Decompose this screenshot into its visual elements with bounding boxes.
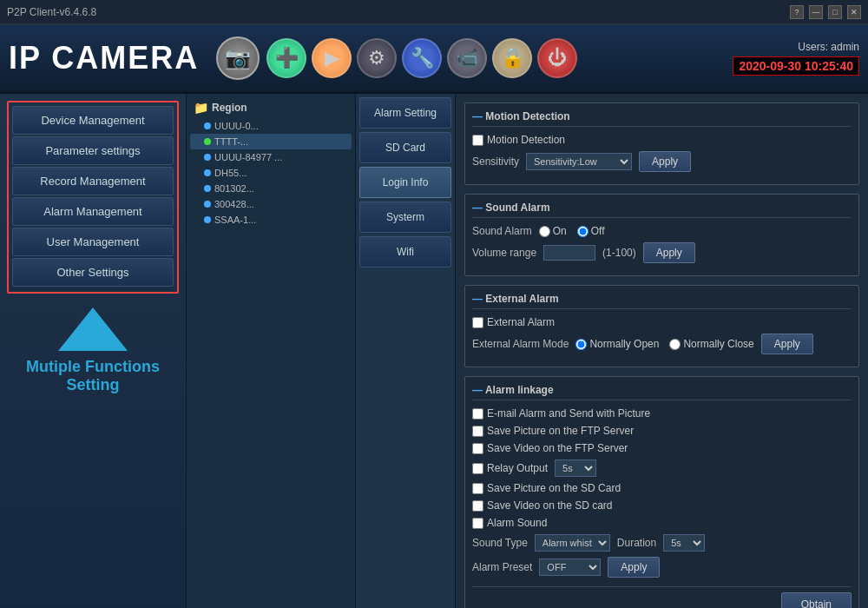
cam-list-header: 📁 Region [190,97,352,118]
alarm-sound-checkbox[interactable] [472,518,483,529]
add-toolbar-icon[interactable]: ➕ [266,38,306,78]
minimize-button[interactable]: — [809,5,823,19]
cam-list-item[interactable]: DH55... [190,165,352,181]
camera-icon: 📷 [216,36,260,80]
cam-list-item[interactable]: UUUU-84977 ... [190,149,352,165]
normally-open-radio[interactable] [575,339,587,350]
relay-output-wrap: Relay Output [472,462,548,474]
alarm-preset-row: Alarm Preset OFFPreset 1Preset 2 Apply [472,557,852,578]
email-alarm-row: E-mail Alarm and Send with Picture [472,407,852,420]
app-title: P2P Client-v6.4.6.8 [7,6,96,18]
ftp-video-row: Save Video on the FTP Server [472,442,852,454]
alarm-preset-select[interactable]: OFFPreset 1Preset 2 [539,558,601,576]
ftp-picture-label: Save Picture on the FTP Server [487,425,634,437]
cam-list-item[interactable]: TTTT-... [190,134,352,149]
help-button[interactable]: ? [790,5,804,19]
save-sd-video-checkbox[interactable] [472,500,483,512]
header-right: Users: admin 2020-09-30 10:25:40 [733,41,859,76]
duration-select[interactable]: 5s10s15s [663,534,705,552]
camera-list-panel: 📁 Region UUUU-0...TTTT-...UUUU-84977 ...… [187,94,356,608]
email-alarm-label: E-mail Alarm and Send with Picture [487,407,650,420]
ftp-picture-checkbox[interactable] [472,426,483,437]
sensitivity-select[interactable]: Sensitivity:Low Sensitivity:Medium Sensi… [526,153,632,170]
close-button[interactable]: ✕ [847,5,861,19]
cam-item-label: UUUU-84977 ... [214,152,282,162]
cam-status-dot [204,138,211,145]
external-alarm-apply-button[interactable]: Apply [761,334,813,354]
sidebar-menu-btn[interactable]: User Management [12,228,174,256]
alarm-preset-label: Alarm Preset [472,561,532,573]
maximize-button[interactable]: □ [828,5,842,19]
arrow-up-indicator [7,307,179,351]
motion-detection-label: Motion Detection [487,134,565,146]
relay-output-select[interactable]: 5s10s15s30s [555,459,596,477]
save-sd-video-wrap: Save Video on the SD card [472,499,613,512]
relay-output-checkbox[interactable] [472,463,483,474]
titlebar: P2P Client-v6.4.6.8 ? — □ ✕ [0,0,868,24]
cam-list-item[interactable]: 801302... [190,181,352,196]
sidebar-menu-btn[interactable]: Device Management [12,106,174,135]
sidebar-label: Mutiple Functions Setting [7,358,179,394]
tab-alarm-setting[interactable]: Alarm Setting [359,97,451,129]
sound-off-radio[interactable] [577,226,589,237]
sensitivity-label: Sensitivity [472,155,519,168]
sound-off-label: Off [591,225,605,237]
bottom-bar: Obtain [472,586,852,608]
cam-list-item[interactable]: 300428... [190,196,352,212]
save-sd-picture-checkbox[interactable] [472,483,483,494]
tab-login-info[interactable]: Login Info [359,167,451,198]
sound-type-label: Sound Type [472,537,528,549]
alarm-linkage-title: Alarm linkage [472,384,852,400]
cam-list-item[interactable]: UUUU-0... [190,118,352,134]
sidebar: Device ManagementParameter settingsRecor… [0,94,187,608]
ftp-video-checkbox[interactable] [472,443,483,454]
sidebar-menu-btn[interactable]: Alarm Management [12,197,174,226]
toolbar: ➕ ▶ ⚙ 🔧 📹 🔒 ⏻ [266,38,733,78]
ftp-picture-wrap: Save Picture on the FTP Server [472,425,634,437]
cam-item-label: UUUU-0... [214,121,259,131]
external-alarm-checkbox-wrap: External Alarm [472,316,555,328]
users-label: Users: admin [733,41,859,53]
cam-status-dot [204,154,211,161]
tab-sd-card[interactable]: SD Card [359,132,451,163]
sound-alarm-label: Sound Alarm [472,225,532,237]
datetime-display: 2020-09-30 10:25:40 [733,56,859,76]
cam-item-label: DH55... [214,168,247,178]
alarm-sound-label: Alarm Sound [487,517,547,529]
motion-detection-checkbox-wrap: Motion Detection [472,134,565,146]
sidebar-menu-btn[interactable]: Record Management [12,167,174,195]
sound-type-select[interactable]: Alarm whistAlarm 2Alarm 3 [535,534,610,552]
lock-toolbar-icon[interactable]: 🔒 [492,38,532,78]
tab-wifi[interactable]: Wifi [359,236,451,268]
sound-on-radio[interactable] [539,226,550,237]
sound-alarm-apply-button[interactable]: Apply [643,242,695,263]
normally-open-wrap: Normally Open [575,338,659,350]
alarm-mode-radio-group: Normally Open Normally Close [575,338,753,350]
motion-detection-checkbox[interactable] [472,135,483,146]
ftp-video-label: Save Video on the FTP Server [487,442,628,454]
external-alarm-label: External Alarm [487,316,555,328]
sidebar-menu-btn[interactable]: Parameter settings [12,136,174,165]
alarm-sound-row: Alarm Sound [472,517,852,529]
settings-toolbar-icon[interactable]: ⚙ [357,38,397,78]
email-alarm-checkbox[interactable] [472,408,483,420]
volume-label: Volume range [472,247,536,259]
sidebar-menu-btn[interactable]: Other Settings [12,258,174,287]
external-alarm-checkbox[interactable] [472,317,483,328]
normally-close-radio[interactable] [669,339,681,350]
logo-text: IP CAMERA [9,43,199,74]
volume-input[interactable] [543,245,595,261]
alarm-mode-row: External Alarm Mode Normally Open Normal… [472,334,852,354]
cam-list-item[interactable]: SSAA-1... [190,212,352,228]
record-toolbar-icon[interactable]: 📹 [447,38,487,78]
cam-status-dot [204,122,211,129]
obtain-button[interactable]: Obtain [781,592,852,608]
normally-close-label: Normally Close [683,338,753,350]
play-toolbar-icon[interactable]: ▶ [312,38,352,78]
config-toolbar-icon[interactable]: 🔧 [402,38,442,78]
tab-system[interactable]: Systerm [359,202,451,233]
power-toolbar-icon[interactable]: ⏻ [537,38,577,78]
window-controls: ? — □ ✕ [790,5,861,19]
motion-detection-apply-button[interactable]: Apply [639,151,691,172]
alarm-linkage-apply-button[interactable]: Apply [608,557,660,578]
